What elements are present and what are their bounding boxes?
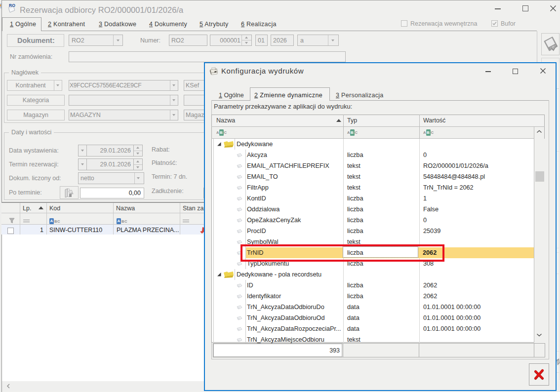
svg-text:RO: RO: [9, 3, 15, 8]
